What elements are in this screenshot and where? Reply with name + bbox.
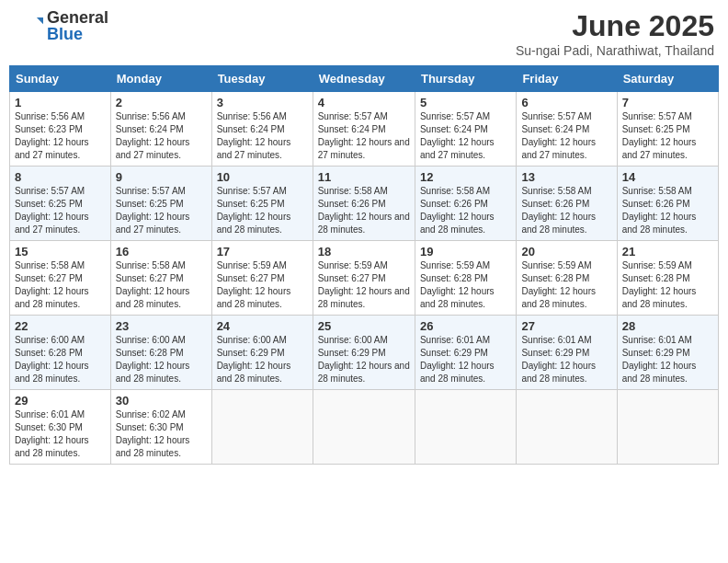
day-info: Sunrise: 6:00 AMSunset: 6:28 PMDaylight:… [116,334,207,385]
day-info: Sunrise: 5:56 AMSunset: 6:24 PMDaylight:… [116,110,207,162]
col-saturday: Saturday [617,66,718,92]
svg-rect-2 [14,11,37,40]
day-info: Sunrise: 5:58 AMSunset: 6:26 PMDaylight:… [318,185,410,236]
day-number: 8 [15,170,106,184]
logo-icon [14,11,43,40]
col-thursday: Thursday [415,66,516,92]
day-number: 27 [521,319,611,333]
table-row: 1Sunrise: 5:56 AMSunset: 6:23 PMDaylight… [10,92,111,167]
table-row: 18Sunrise: 5:59 AMSunset: 6:27 PMDayligh… [313,241,415,316]
day-info: Sunrise: 5:57 AMSunset: 6:25 PMDaylight:… [217,185,308,236]
calendar-header-row: Sunday Monday Tuesday Wednesday Thursday… [10,66,719,92]
table-row: 12Sunrise: 5:58 AMSunset: 6:26 PMDayligh… [415,167,516,241]
day-number: 25 [318,319,410,333]
logo-blue-text: Blue [47,26,108,42]
table-row [415,390,516,465]
table-row: 7Sunrise: 5:57 AMSunset: 6:25 PMDaylight… [617,92,718,167]
day-info: Sunrise: 6:01 AMSunset: 6:30 PMDaylight:… [15,408,106,460]
day-info: Sunrise: 5:59 AMSunset: 6:27 PMDaylight:… [217,259,308,311]
day-number: 18 [318,245,410,259]
day-info: Sunrise: 5:56 AMSunset: 6:23 PMDaylight:… [15,110,106,162]
month-title: June 2025 [516,9,714,43]
day-info: Sunrise: 5:57 AMSunset: 6:24 PMDaylight:… [318,110,410,162]
day-number: 1 [15,96,106,109]
table-row: 5Sunrise: 5:57 AMSunset: 6:24 PMDaylight… [415,92,516,167]
day-number: 23 [116,319,207,333]
day-info: Sunrise: 5:56 AMSunset: 6:24 PMDaylight:… [217,110,308,162]
day-info: Sunrise: 5:58 AMSunset: 6:27 PMDaylight:… [15,259,106,311]
title-section: June 2025 Su-ngai Padi, Narathiwat, Thai… [516,9,714,58]
col-friday: Friday [517,66,617,92]
table-row: 17Sunrise: 5:59 AMSunset: 6:27 PMDayligh… [211,241,313,316]
day-number: 7 [622,96,713,109]
day-info: Sunrise: 6:00 AMSunset: 6:29 PMDaylight:… [318,334,410,385]
table-row [617,390,718,465]
calendar-week-row: 29Sunrise: 6:01 AMSunset: 6:30 PMDayligh… [10,390,719,465]
table-row: 13Sunrise: 5:58 AMSunset: 6:26 PMDayligh… [517,167,617,241]
calendar-week-row: 1Sunrise: 5:56 AMSunset: 6:23 PMDaylight… [10,92,719,167]
day-number: 3 [217,96,308,109]
day-info: Sunrise: 5:57 AMSunset: 6:25 PMDaylight:… [15,185,106,236]
day-info: Sunrise: 5:57 AMSunset: 6:25 PMDaylight:… [622,110,713,162]
col-tuesday: Tuesday [211,66,313,92]
calendar-table: Sunday Monday Tuesday Wednesday Thursday… [9,65,719,465]
calendar-week-row: 22Sunrise: 6:00 AMSunset: 6:28 PMDayligh… [10,316,719,390]
table-row: 22Sunrise: 6:00 AMSunset: 6:28 PMDayligh… [10,316,111,390]
table-row: 24Sunrise: 6:00 AMSunset: 6:29 PMDayligh… [211,316,313,390]
table-row: 15Sunrise: 5:58 AMSunset: 6:27 PMDayligh… [10,241,111,316]
day-number: 24 [217,319,308,333]
day-number: 4 [318,96,410,109]
location-title: Su-ngai Padi, Narathiwat, Thailand [516,43,714,58]
table-row: 4Sunrise: 5:57 AMSunset: 6:24 PMDaylight… [313,92,415,167]
day-number: 12 [420,170,511,184]
table-row: 19Sunrise: 5:59 AMSunset: 6:28 PMDayligh… [415,241,516,316]
table-row [517,390,617,465]
table-row: 26Sunrise: 6:01 AMSunset: 6:29 PMDayligh… [415,316,516,390]
table-row: 16Sunrise: 5:58 AMSunset: 6:27 PMDayligh… [110,241,211,316]
calendar-week-row: 8Sunrise: 5:57 AMSunset: 6:25 PMDaylight… [10,167,719,241]
col-monday: Monday [110,66,211,92]
table-row: 14Sunrise: 5:58 AMSunset: 6:26 PMDayligh… [617,167,718,241]
col-sunday: Sunday [10,66,111,92]
table-row: 11Sunrise: 5:58 AMSunset: 6:26 PMDayligh… [313,167,415,241]
day-number: 26 [420,319,511,333]
day-info: Sunrise: 5:57 AMSunset: 6:24 PMDaylight:… [521,110,611,162]
day-info: Sunrise: 5:59 AMSunset: 6:28 PMDaylight:… [420,259,511,311]
day-info: Sunrise: 6:02 AMSunset: 6:30 PMDaylight:… [116,408,207,460]
day-number: 29 [15,394,106,408]
table-row: 27Sunrise: 6:01 AMSunset: 6:29 PMDayligh… [517,316,617,390]
day-info: Sunrise: 6:01 AMSunset: 6:29 PMDaylight:… [420,334,511,385]
day-number: 17 [217,245,308,259]
table-row: 21Sunrise: 5:59 AMSunset: 6:28 PMDayligh… [617,241,718,316]
logo-text: General Blue [47,9,108,42]
day-number: 22 [15,319,106,333]
table-row [211,390,313,465]
day-info: Sunrise: 5:58 AMSunset: 6:27 PMDaylight:… [116,259,207,311]
day-number: 13 [521,170,611,184]
day-number: 6 [521,96,611,109]
day-info: Sunrise: 5:58 AMSunset: 6:26 PMDaylight:… [420,185,511,236]
table-row: 2Sunrise: 5:56 AMSunset: 6:24 PMDaylight… [110,92,211,167]
day-number: 19 [420,245,511,259]
table-row: 25Sunrise: 6:00 AMSunset: 6:29 PMDayligh… [313,316,415,390]
day-info: Sunrise: 5:59 AMSunset: 6:28 PMDaylight:… [521,259,611,311]
logo: General Blue [14,9,108,42]
day-info: Sunrise: 6:00 AMSunset: 6:28 PMDaylight:… [15,334,106,385]
day-number: 10 [217,170,308,184]
table-row: 23Sunrise: 6:00 AMSunset: 6:28 PMDayligh… [110,316,211,390]
day-number: 15 [15,245,106,259]
table-row: 8Sunrise: 5:57 AMSunset: 6:25 PMDaylight… [10,167,111,241]
table-row: 30Sunrise: 6:02 AMSunset: 6:30 PMDayligh… [110,390,211,465]
day-number: 11 [318,170,410,184]
day-number: 2 [116,96,207,109]
day-number: 20 [521,245,611,259]
day-number: 21 [622,245,713,259]
logo-general-text: General [47,9,108,26]
day-number: 14 [622,170,713,184]
day-number: 28 [622,319,713,333]
calendar-week-row: 15Sunrise: 5:58 AMSunset: 6:27 PMDayligh… [10,241,719,316]
day-number: 30 [116,394,207,408]
day-info: Sunrise: 6:01 AMSunset: 6:29 PMDaylight:… [622,334,713,385]
day-number: 5 [420,96,511,109]
day-info: Sunrise: 5:59 AMSunset: 6:27 PMDaylight:… [318,259,410,311]
